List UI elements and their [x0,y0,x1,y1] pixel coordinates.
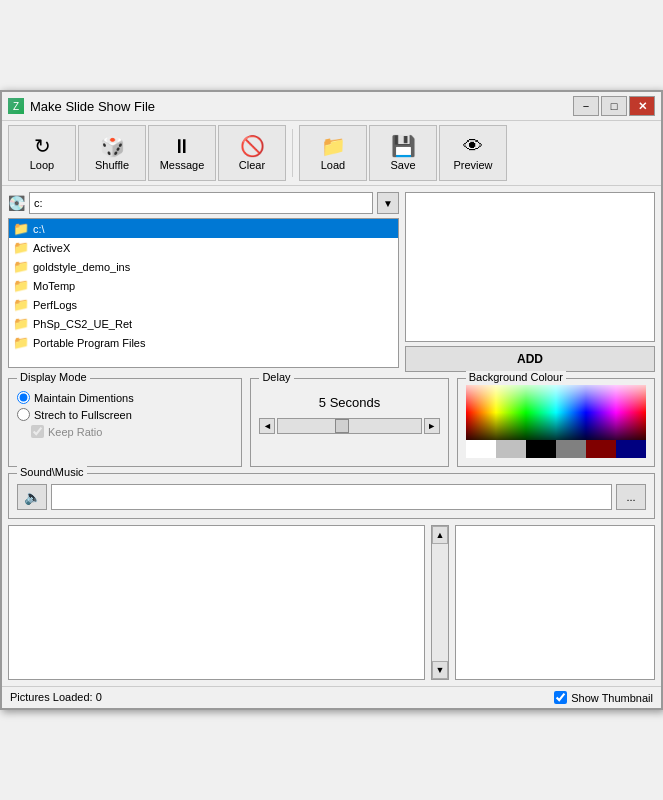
load-label: Load [321,159,345,171]
file-list-item[interactable]: 📁MoTemp [9,276,398,295]
shuffle-label: Shuffle [95,159,129,171]
main-window: Z Make Slide Show File − □ ✕ ↻ Loop 🎲 Sh… [0,90,663,710]
bottom-section: ▲ ▼ [2,525,661,686]
color-swatch[interactable] [616,440,646,458]
bg-colour-label: Background Colour [466,371,566,383]
window-title: Make Slide Show File [30,99,155,114]
color-swatch[interactable] [556,440,586,458]
color-swatch[interactable] [496,440,526,458]
options-row: Display Mode Maintain Dimentions Strech … [2,378,661,473]
slider-thumb [335,419,349,433]
scroll-up-button[interactable]: ▲ [432,526,448,544]
folder-icon: 📁 [13,259,29,274]
shuffle-icon: 🎲 [100,136,125,156]
color-swatches [466,440,646,458]
message-button[interactable]: ⏸ Message [148,125,216,181]
sound-icon-button[interactable]: 🔈 [17,484,47,510]
delay-slider[interactable] [277,418,421,434]
file-list-item[interactable]: 📁PhSp_CS2_UE_Ret [9,314,398,333]
delay-label: Delay [259,371,293,383]
save-icon: 💾 [391,136,416,156]
toolbar-separator [292,129,293,177]
left-panel: 💽 c: ▼ 📁c:\📁ActiveX📁goldstyle_demo_ins📁M… [8,192,399,372]
display-mode-label: Display Mode [17,371,90,383]
file-name: PerfLogs [33,299,77,311]
loop-label: Loop [30,159,54,171]
file-list[interactable]: 📁c:\📁ActiveX📁goldstyle_demo_ins📁MoTemp📁P… [8,218,399,368]
color-swatch[interactable] [526,440,556,458]
preview-icon: 👁 [463,136,483,156]
maintain-dimensions-option[interactable]: Maintain Dimentions [17,391,233,404]
sound-file-input[interactable] [51,484,612,510]
sound-label: Sound\Music [17,466,87,478]
slider-right-arrow[interactable]: ► [424,418,440,434]
file-list-item[interactable]: 📁c:\ [9,219,398,238]
clear-label: Clear [239,159,265,171]
maintain-radio[interactable] [17,391,30,404]
stretch-label: Strech to Fullscreen [34,409,132,421]
sound-browse-button[interactable]: ... [616,484,646,510]
sound-box: Sound\Music 🔈 ... [8,473,655,519]
folder-icon: 📁 [13,297,29,312]
color-swatch[interactable] [586,440,616,458]
stretch-radio[interactable] [17,408,30,421]
drive-icon: 💽 [8,195,25,211]
scroll-down-button[interactable]: ▼ [432,661,448,679]
file-name: PhSp_CS2_UE_Ret [33,318,132,330]
maximize-button[interactable]: □ [601,96,627,116]
loop-icon: ↻ [34,136,51,156]
pictures-loaded: Pictures Loaded: 0 [10,691,102,704]
file-name: c:\ [33,223,45,235]
slide-scrollbar: ▲ ▼ [431,525,449,680]
toolbar: ↻ Loop 🎲 Shuffle ⏸ Message 🚫 Clear 📁 Loa… [2,121,661,186]
folder-icon: 📁 [13,240,29,255]
app-icon: Z [8,98,24,114]
sound-row: 🔈 ... [17,484,646,510]
save-button[interactable]: 💾 Save [369,125,437,181]
color-picker[interactable] [466,385,646,440]
clear-button[interactable]: 🚫 Clear [218,125,286,181]
preview-button[interactable]: 👁 Preview [439,125,507,181]
dropdown-arrow[interactable]: ▼ [377,192,399,214]
delay-value: 5 Seconds [259,395,439,410]
right-panel: ADD [405,192,655,372]
file-name: goldstyle_demo_ins [33,261,130,273]
file-name: Portable Program Files [33,337,146,349]
maintain-label: Maintain Dimentions [34,392,134,404]
file-list-item[interactable]: 📁goldstyle_demo_ins [9,257,398,276]
pictures-loaded-label: Pictures Loaded: [10,691,93,703]
title-bar: Z Make Slide Show File − □ ✕ [2,92,661,121]
minimize-button[interactable]: − [573,96,599,116]
keep-ratio-option: Keep Ratio [31,425,233,438]
color-swatch[interactable] [466,440,496,458]
close-button[interactable]: ✕ [629,96,655,116]
main-content: 💽 c: ▼ 📁c:\📁ActiveX📁goldstyle_demo_ins📁M… [2,186,661,378]
save-label: Save [390,159,415,171]
stretch-fullscreen-option[interactable]: Strech to Fullscreen [17,408,233,421]
folder-icon: 📁 [13,221,29,236]
status-bar: Pictures Loaded: 0 Show Thumbnail [2,686,661,708]
file-list-item[interactable]: 📁ActiveX [9,238,398,257]
message-icon: ⏸ [172,136,192,156]
title-bar-left: Z Make Slide Show File [8,98,155,114]
file-list-item[interactable]: 📁Portable Program Files [9,333,398,352]
file-list-item[interactable]: 📁PerfLogs [9,295,398,314]
load-icon: 📁 [321,136,346,156]
preview-label: Preview [453,159,492,171]
radio-group-display: Maintain Dimentions Strech to Fullscreen… [17,391,233,438]
thumbnail-area [455,525,655,680]
slide-list-area [8,525,425,680]
clear-icon: 🚫 [240,136,265,156]
scroll-track [432,544,448,661]
load-button[interactable]: 📁 Load [299,125,367,181]
title-controls: − □ ✕ [573,96,655,116]
preview-area [405,192,655,342]
shuffle-button[interactable]: 🎲 Shuffle [78,125,146,181]
file-name: ActiveX [33,242,70,254]
show-thumbnail-checkbox[interactable] [554,691,567,704]
loop-button[interactable]: ↻ Loop [8,125,76,181]
folder-icon: 📁 [13,278,29,293]
slider-left-arrow[interactable]: ◄ [259,418,275,434]
add-button[interactable]: ADD [405,346,655,372]
drive-dropdown[interactable]: c: [29,192,373,214]
